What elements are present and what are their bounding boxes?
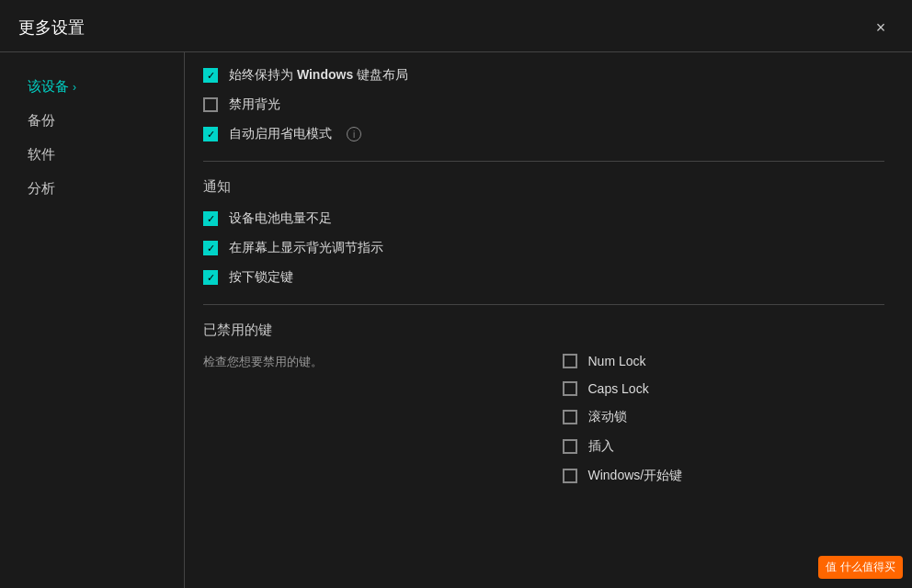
divider-1 bbox=[203, 161, 884, 162]
sidebar-item-device[interactable]: 该设备 › bbox=[18, 71, 184, 103]
checkbox-disable-backlight[interactable] bbox=[203, 97, 218, 112]
disabled-keys-title: 已禁用的键 bbox=[203, 322, 884, 339]
option-label-insert: 插入 bbox=[588, 438, 614, 455]
checkmark-icon: ✓ bbox=[207, 130, 215, 140]
checkmark-icon: ✓ bbox=[207, 71, 215, 81]
option-row-caps-lock: Caps Lock bbox=[563, 381, 885, 396]
divider-2 bbox=[203, 304, 884, 305]
option-label-caps-lock: Caps Lock bbox=[588, 381, 649, 396]
disabled-keys-right: Num Lock Caps Lock 滚动锁 插入 bbox=[563, 354, 885, 497]
option-row-battery-low: ✓ 设备电池电量不足 bbox=[203, 210, 884, 227]
checkbox-scroll-lock[interactable] bbox=[563, 410, 577, 424]
option-label-num-lock: Num Lock bbox=[588, 354, 646, 368]
sidebar-item-analytics[interactable]: 分析 bbox=[18, 173, 184, 205]
checkbox-insert[interactable] bbox=[563, 439, 577, 454]
option-row-windows-layout: ✓ 始终保持为 Windows 键盘布局 bbox=[203, 67, 884, 84]
sidebar: 该设备 › 备份 软件 分析 bbox=[0, 52, 184, 588]
option-row-insert: 插入 bbox=[563, 438, 885, 455]
checkbox-power-save[interactable]: ✓ bbox=[203, 127, 218, 141]
info-icon[interactable]: i bbox=[347, 127, 361, 141]
close-button[interactable]: × bbox=[868, 15, 894, 40]
disabled-keys-content: 检查您想要禁用的键。 Num Lock Caps Lock bbox=[203, 354, 884, 497]
sidebar-item-label: 该设备 bbox=[28, 78, 69, 96]
option-label-lock-key: 按下锁定键 bbox=[229, 269, 293, 286]
window-title: 更多设置 bbox=[18, 17, 85, 39]
titlebar: 更多设置 × bbox=[0, 0, 912, 51]
option-row-disable-backlight: 禁用背光 bbox=[203, 96, 884, 113]
checkbox-backlight-indicator[interactable]: ✓ bbox=[203, 241, 218, 255]
checkbox-battery-low[interactable]: ✓ bbox=[203, 211, 218, 226]
section-disabled-keys: 已禁用的键 检查您想要禁用的键。 Num Lock Caps Lock bbox=[203, 322, 884, 497]
checkbox-windows-layout[interactable]: ✓ bbox=[203, 68, 218, 83]
sidebar-item-backup[interactable]: 备份 bbox=[18, 105, 184, 137]
notifications-title: 通知 bbox=[203, 178, 884, 196]
option-label-backlight-indicator: 在屏幕上显示背光调节指示 bbox=[229, 240, 383, 256]
window: 更多设置 × 该设备 › 备份 软件 分析 ✓ bbox=[0, 0, 912, 588]
option-label-windows-key: Windows/开始键 bbox=[588, 468, 683, 484]
checkbox-windows-key[interactable] bbox=[563, 469, 577, 483]
sidebar-item-label: 备份 bbox=[28, 112, 55, 130]
watermark-text: 什么值得买 bbox=[840, 560, 895, 575]
checkbox-caps-lock[interactable] bbox=[563, 381, 577, 396]
checkmark-icon: ✓ bbox=[207, 214, 215, 224]
option-label-disable-backlight: 禁用背光 bbox=[229, 96, 280, 113]
content-area: 该设备 › 备份 软件 分析 ✓ 始终保持为 Windows 键盘布局 bbox=[0, 52, 912, 588]
option-row-scroll-lock: 滚动锁 bbox=[563, 409, 885, 425]
checkmark-icon: ✓ bbox=[207, 243, 215, 254]
option-label-battery-low: 设备电池电量不足 bbox=[229, 210, 332, 227]
section-notifications: 通知 ✓ 设备电池电量不足 ✓ 在屏幕上显示背光调节指示 ✓ bbox=[203, 178, 884, 286]
sidebar-item-label: 软件 bbox=[28, 146, 55, 164]
watermark: 值 什么值得买 bbox=[818, 556, 903, 579]
sidebar-item-label: 分析 bbox=[28, 180, 55, 198]
chevron-right-icon: › bbox=[73, 81, 76, 94]
checkmark-icon: ✓ bbox=[207, 273, 215, 283]
option-row-windows-key: Windows/开始键 bbox=[563, 468, 885, 484]
option-row-power-save: ✓ 自动启用省电模式 i bbox=[203, 126, 884, 142]
watermark-icon: 值 bbox=[826, 560, 837, 575]
main-content: ✓ 始终保持为 Windows 键盘布局 禁用背光 ✓ 自动启用省电模式 i bbox=[184, 52, 912, 588]
option-row-num-lock: Num Lock bbox=[563, 354, 885, 368]
disabled-keys-description: 检查您想要禁用的键。 bbox=[203, 354, 526, 370]
option-label-windows-layout: 始终保持为 Windows 键盘布局 bbox=[229, 67, 408, 84]
section-general: ✓ 始终保持为 Windows 键盘布局 禁用背光 ✓ 自动启用省电模式 i bbox=[203, 67, 884, 142]
option-row-backlight-indicator: ✓ 在屏幕上显示背光调节指示 bbox=[203, 240, 884, 256]
option-label-scroll-lock: 滚动锁 bbox=[588, 409, 627, 425]
option-label-power-save: 自动启用省电模式 bbox=[229, 126, 332, 142]
sidebar-item-software[interactable]: 软件 bbox=[18, 139, 184, 171]
disabled-keys-left: 检查您想要禁用的键。 bbox=[203, 354, 526, 497]
checkbox-num-lock[interactable] bbox=[563, 354, 577, 368]
checkbox-lock-key[interactable]: ✓ bbox=[203, 270, 218, 285]
option-row-lock-key: ✓ 按下锁定键 bbox=[203, 269, 884, 286]
